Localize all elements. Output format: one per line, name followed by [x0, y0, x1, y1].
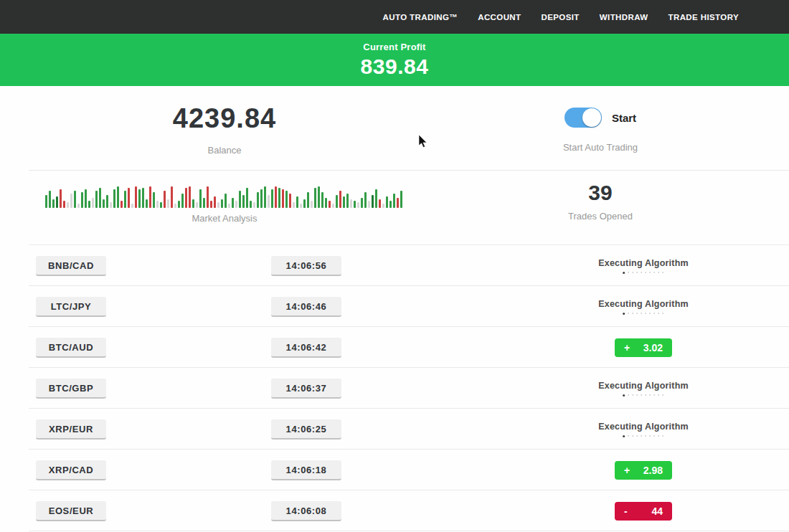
nav-item-deposit[interactable]: DEPOSIT [542, 13, 580, 22]
market-bar [95, 191, 98, 208]
market-bar [146, 199, 148, 208]
market-analysis-block: Market Analysis [0, 171, 449, 244]
progress-dot [658, 272, 659, 273]
market-bar [49, 191, 51, 208]
market-bar [156, 201, 159, 208]
market-bar [171, 186, 173, 208]
market-bar [178, 201, 180, 208]
pair-badge[interactable]: XRP/CAD [36, 460, 106, 480]
result-value: 3.02 [643, 342, 663, 353]
nav-item-auto-trading[interactable]: AUTO TRADING™ [383, 13, 458, 22]
market-bar [88, 201, 90, 208]
result-sign: + [624, 465, 630, 476]
executing-algorithm-label: Executing Algorithm [598, 422, 689, 432]
market-bar [207, 186, 209, 208]
nav-item-trade-history[interactable]: TRADE HISTORY [668, 13, 740, 22]
progress-dot [662, 313, 663, 314]
market-bar [45, 195, 47, 208]
market-bar [325, 198, 327, 208]
time-badge: 14:06:56 [271, 256, 341, 276]
market-bar [228, 204, 230, 208]
market-bar [300, 204, 302, 208]
market-bar [185, 188, 187, 208]
pair-badge[interactable]: BTC/GBP [36, 379, 106, 399]
trade-status: Executing Algorithm [598, 422, 689, 437]
market-bar [350, 199, 352, 208]
market-bar [192, 199, 194, 208]
progress-dot [662, 394, 663, 396]
market-bar [135, 186, 137, 208]
progress-dot [628, 394, 629, 396]
profit-badge: +3.02 [615, 338, 672, 357]
market-bar [346, 194, 349, 208]
current-profit-value: 839.84 [0, 54, 789, 79]
market-analysis-label: Market Analysis [0, 213, 449, 224]
trades-table: BNB/CAD14:06:56Executing AlgorithmLTC/JP… [0, 245, 789, 531]
pair-badge[interactable]: XRP/EUR [36, 419, 106, 440]
progress-dot [636, 435, 638, 437]
market-bar [289, 194, 291, 208]
market-bar [339, 191, 341, 208]
market-bar [214, 196, 216, 208]
trade-status: +2.98 [615, 461, 672, 480]
market-bar [357, 202, 359, 208]
market-bar [311, 201, 313, 208]
market-bar [63, 201, 65, 208]
result-value: 44 [651, 505, 663, 517]
market-bar [99, 188, 101, 208]
market-bar [160, 202, 162, 208]
market-bar [174, 204, 176, 208]
market-bar [278, 188, 280, 208]
loss-badge: -44 [615, 502, 672, 521]
pair-badge[interactable]: EOS/EUR [36, 501, 106, 521]
market-bar [113, 189, 115, 208]
table-row: LTC/JPY14:06:46Executing Algorithm [0, 286, 789, 327]
nav-item-withdraw[interactable]: WITHDRAW [600, 13, 648, 22]
market-bar [257, 192, 259, 208]
market-bar [128, 188, 130, 208]
pair-badge[interactable]: LTC/JPY [36, 297, 106, 317]
market-bar [196, 202, 198, 208]
market-bar [239, 191, 241, 208]
profit-banner: Current Profit 839.84 [0, 34, 789, 86]
progress-dot [658, 435, 659, 437]
market-bar [343, 196, 345, 208]
auto-trading-toggle[interactable] [564, 108, 602, 128]
nav-item-account[interactable]: ACCOUNT [478, 13, 521, 22]
market-bar [382, 204, 384, 208]
executing-algorithm-label: Executing Algorithm [598, 299, 689, 309]
time-badge: 14:06:25 [271, 419, 341, 440]
market-bar [164, 191, 166, 208]
market-bar [386, 196, 388, 208]
balance-label: Balance [0, 145, 449, 156]
toggle-sublabel: Start Auto Trading [449, 142, 752, 153]
toggle-knob-icon [582, 108, 601, 127]
result-value: 2.98 [643, 465, 663, 476]
market-bar [92, 198, 94, 208]
market-bar [285, 191, 288, 208]
market-bar [361, 198, 363, 208]
progress-dots [598, 394, 689, 396]
auto-trading-page: AUTO TRADING™ACCOUNTDEPOSITWITHDRAWTRADE… [0, 0, 789, 532]
market-bar [368, 201, 370, 208]
market-bar [318, 186, 320, 208]
market-bar [372, 195, 374, 208]
market-bar [131, 204, 133, 208]
market-bar [268, 195, 270, 208]
progress-dot [649, 435, 651, 437]
market-bar [250, 201, 252, 208]
progress-dot [645, 394, 646, 396]
pair-badge[interactable]: BTC/AUD [36, 338, 106, 358]
market-bar [221, 199, 223, 208]
progress-dot [628, 272, 629, 273]
progress-dots [598, 313, 689, 315]
progress-dot [628, 313, 629, 314]
progress-dot [623, 394, 625, 396]
market-bar [275, 186, 277, 208]
profit-badge: +2.98 [615, 461, 672, 480]
result-sign: + [624, 342, 630, 353]
balance-value: 4239.84 [0, 103, 449, 134]
time-badge: 14:06:46 [271, 297, 341, 317]
pair-badge[interactable]: BNB/CAD [36, 256, 106, 276]
progress-dot [658, 394, 659, 396]
